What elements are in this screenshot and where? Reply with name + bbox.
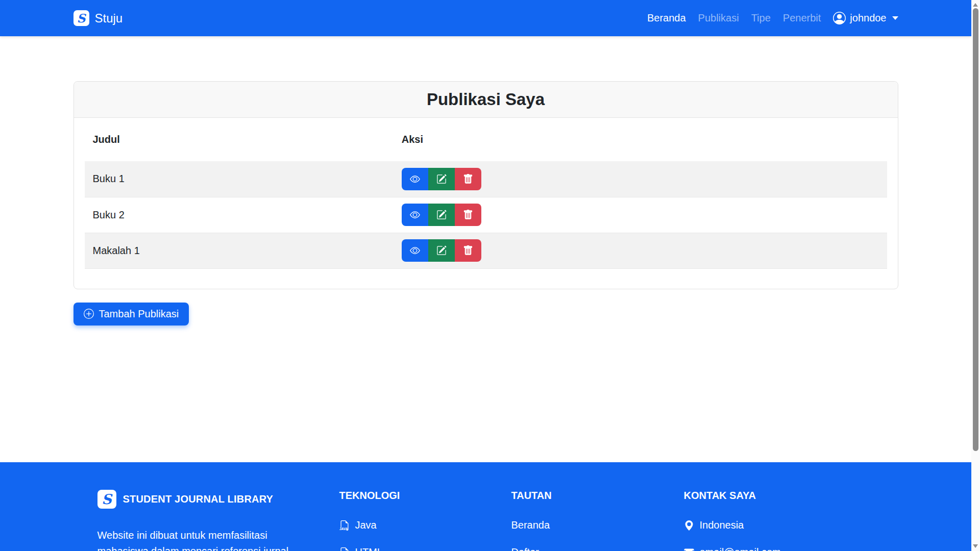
- footer-contact-column: KONTAK SAYA Indonesia email@email.com +6…: [684, 490, 898, 551]
- view-button[interactable]: [402, 204, 428, 226]
- trash-icon: [463, 210, 473, 220]
- trash-icon: [463, 245, 473, 256]
- tech-item-html[interactable]: HTML HTML: [339, 547, 511, 551]
- eye-icon: [410, 174, 420, 184]
- table-row: Buku 2: [85, 197, 887, 233]
- column-header-aksi: Aksi: [394, 118, 887, 161]
- view-button[interactable]: [402, 168, 428, 190]
- tech-item-label: Java: [355, 519, 377, 531]
- delete-button[interactable]: [455, 168, 481, 190]
- scrollbar-thumb[interactable]: [973, 8, 978, 451]
- scroll-up-arrow[interactable]: [973, 3, 978, 7]
- brand[interactable]: S Stuju: [74, 10, 123, 26]
- stuju-logo-icon: S: [74, 10, 89, 26]
- stuju-logo-icon: S: [97, 490, 116, 509]
- table-row: Makalah 1: [85, 233, 887, 268]
- tech-item-java[interactable]: JAVA Java: [339, 520, 511, 531]
- publication-title: Makalah 1: [85, 233, 394, 268]
- row-actions: [402, 204, 481, 226]
- caret-down-icon: [892, 16, 898, 20]
- footer-links-column: TAUTAN Beranda Daftar Masuk Publikasi: [511, 490, 684, 551]
- user-menu[interactable]: johndoe: [833, 12, 898, 24]
- eye-icon: [410, 210, 420, 220]
- eye-icon: [410, 245, 420, 256]
- footer-heading-tautan: TAUTAN: [511, 490, 684, 502]
- footer-about: S STUDENT JOURNAL LIBRARY Website ini di…: [97, 490, 339, 551]
- view-button[interactable]: [402, 239, 428, 262]
- filetype-java-icon: JAVA: [339, 520, 350, 531]
- logo-letter: S: [102, 492, 112, 506]
- nav-item-tipe[interactable]: Tipe: [745, 12, 777, 24]
- pencil-square-icon: [436, 245, 447, 256]
- filetype-html-icon: HTML: [339, 547, 350, 551]
- delete-button[interactable]: [455, 239, 481, 262]
- pencil-square-icon: [436, 174, 447, 184]
- add-publication-button[interactable]: Tambah Publikasi: [74, 303, 189, 325]
- geo-pin-icon: [684, 520, 694, 531]
- svg-text:JAVA: JAVA: [339, 527, 348, 531]
- nav-item-beranda[interactable]: Beranda: [641, 12, 692, 24]
- contact-item-location: Indonesia: [684, 520, 898, 531]
- publications-card: Publikasi Saya Judul Aksi Buku 1: [74, 81, 898, 289]
- envelope-icon: [684, 547, 694, 551]
- nav-item-penerbit[interactable]: Penerbit: [777, 12, 827, 24]
- edit-button[interactable]: [428, 239, 455, 262]
- trash-icon: [463, 174, 473, 184]
- add-publication-label: Tambah Publikasi: [99, 308, 179, 320]
- logo-letter: S: [77, 12, 86, 24]
- scrollbar[interactable]: [971, 0, 980, 551]
- contact-item-email: email@email.com: [684, 547, 898, 551]
- footer-heading-teknologi: TEKNOLOGI: [339, 490, 511, 502]
- table-row: Buku 1: [85, 161, 887, 197]
- scroll-down-arrow[interactable]: [973, 544, 978, 548]
- footer-link-beranda[interactable]: Beranda: [511, 520, 684, 531]
- edit-button[interactable]: [428, 168, 455, 190]
- nav-item-publikasi[interactable]: Publikasi: [692, 12, 745, 24]
- edit-button[interactable]: [428, 204, 455, 226]
- row-actions: [402, 168, 481, 190]
- user-name: johndoe: [850, 12, 886, 24]
- footer-brand: S STUDENT JOURNAL LIBRARY: [97, 490, 339, 509]
- publication-title: Buku 1: [85, 161, 394, 197]
- navbar: S Stuju Beranda Publikasi Tipe Penerbit …: [0, 0, 971, 36]
- row-actions: [402, 239, 481, 262]
- footer-tech-column: TEKNOLOGI JAVA Java HTML HTML CSS CSS: [339, 490, 511, 551]
- brand-name: Stuju: [95, 11, 123, 26]
- footer-link-daftar[interactable]: Daftar: [511, 547, 684, 551]
- pencil-square-icon: [436, 210, 447, 220]
- footer-description: Website ini dibuat untuk memfasilitasi m…: [97, 528, 292, 551]
- footer-brand-title: STUDENT JOURNAL LIBRARY: [123, 493, 274, 505]
- nav-menu: Beranda Publikasi Tipe Penerbit johndoe: [641, 12, 898, 24]
- card-body: Judul Aksi Buku 1: [74, 118, 898, 289]
- tech-item-label: HTML: [355, 546, 383, 551]
- publications-table: Judul Aksi Buku 1: [85, 118, 887, 269]
- footer: S STUDENT JOURNAL LIBRARY Website ini di…: [0, 462, 971, 551]
- plus-circle-icon: [84, 309, 94, 319]
- page-title: Publikasi Saya: [427, 90, 545, 109]
- publication-title: Buku 2: [85, 197, 394, 233]
- footer-heading-kontak: KONTAK SAYA: [684, 490, 898, 502]
- delete-button[interactable]: [455, 204, 481, 226]
- card-header: Publikasi Saya: [74, 82, 898, 118]
- person-circle-icon: [833, 12, 846, 24]
- column-header-judul: Judul: [85, 118, 394, 161]
